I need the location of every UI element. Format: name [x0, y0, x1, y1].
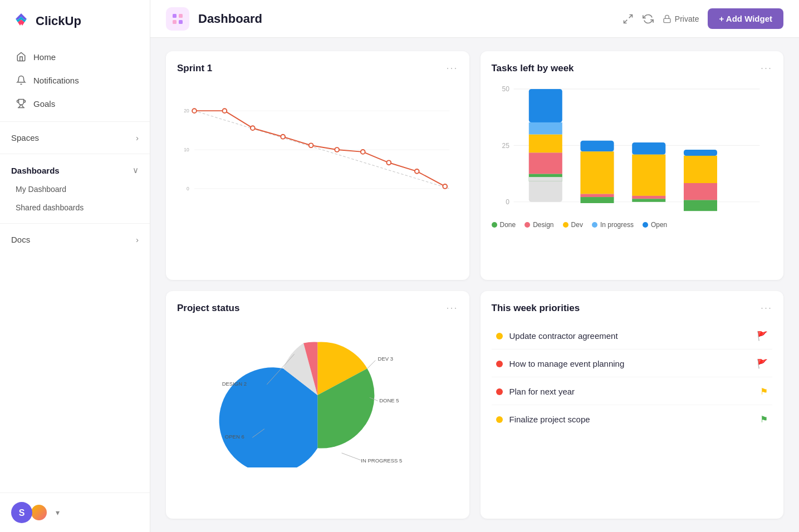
add-widget-button[interactable]: + Add Widget [708, 8, 783, 29]
priority-left-2: How to manage event planning [496, 359, 625, 368]
legend-design: Design [525, 221, 553, 229]
priority-item-2[interactable]: How to manage event planning 🚩 [492, 351, 773, 377]
private-label: Private [675, 14, 699, 23]
legend-inprogress: In progress [592, 221, 634, 229]
lock-icon [663, 14, 671, 23]
sidebar-item-dashboards[interactable]: Dashboards ∨ [0, 161, 150, 180]
svg-rect-52 [683, 150, 717, 156]
svg-rect-34 [528, 89, 562, 122]
priority-left-3: Plan for next year [496, 387, 575, 396]
svg-rect-47 [632, 142, 665, 155]
legend-inprogress-label: In progress [600, 221, 634, 229]
sidebar-item-docs[interactable]: Docs › [0, 230, 150, 249]
svg-text:0: 0 [506, 198, 509, 206]
svg-point-19 [251, 126, 255, 130]
svg-rect-41 [580, 141, 614, 152]
priority-text-4: Finalize project scope [509, 415, 590, 424]
svg-rect-54 [683, 183, 717, 200]
bell-icon [16, 75, 27, 86]
svg-point-24 [386, 160, 391, 165]
sprint-card-title: Sprint 1 [177, 63, 212, 74]
legend-design-label: Design [533, 221, 553, 229]
sidebar-item-my-dashboard[interactable]: My Dashboard [4, 180, 145, 198]
legend-done-label: Done [500, 221, 516, 229]
bar-chart-legend: Done Design Dev In progress Open [492, 221, 773, 229]
svg-point-20 [281, 135, 285, 139]
tasks-card-header: Tasks left by week ··· [492, 62, 773, 74]
svg-point-26 [443, 184, 447, 189]
legend-open-dot [643, 222, 648, 228]
sidebar-item-spaces[interactable]: Spaces › [0, 129, 150, 147]
trophy-icon [16, 98, 27, 109]
expand-button[interactable] [622, 13, 634, 24]
priority-dot-3 [496, 388, 503, 395]
priorities-card: This week priorities ··· Update contract… [481, 291, 784, 519]
svg-point-22 [335, 147, 339, 152]
sprint-card: Sprint 1 ··· 20 10 0 [166, 51, 469, 280]
svg-rect-7 [173, 20, 177, 24]
home-icon [16, 51, 27, 62]
legend-dev-label: Dev [571, 221, 583, 229]
sidebar-item-my-dashboard-label: My Dashboard [16, 185, 66, 194]
nav-divider-2 [0, 154, 150, 154]
chevron-down-icon: ∨ [133, 165, 139, 175]
priority-item-1[interactable]: Update contractor agreement 🚩 [492, 323, 773, 349]
tasks-card-title: Tasks left by week [492, 63, 574, 74]
sidebar-item-home[interactable]: Home [4, 46, 145, 68]
svg-rect-49 [632, 196, 665, 199]
sidebar-navigation: Home Notifications Goals Spaces › Dashbo… [0, 40, 150, 492]
page-title: Dashboard [198, 12, 614, 26]
priority-text-3: Plan for next year [509, 387, 575, 396]
dashboard-icon [166, 7, 189, 31]
refresh-button[interactable] [643, 13, 654, 24]
sprint-card-header: Sprint 1 ··· [177, 62, 458, 74]
priority-list: Update contractor agreement 🚩 How to man… [492, 323, 773, 432]
priorities-card-header: This week priorities ··· [492, 302, 773, 314]
header-actions: Private + Add Widget [622, 8, 783, 29]
user-avatar-photo[interactable] [30, 504, 48, 521]
priority-flag-4: ⚑ [760, 414, 768, 425]
legend-design-dot [525, 222, 530, 228]
nav-divider-3 [0, 223, 150, 224]
legend-done: Done [492, 221, 516, 229]
sprint-card-menu[interactable]: ··· [446, 62, 458, 74]
project-status-menu[interactable]: ··· [446, 302, 458, 314]
sidebar-item-goals[interactable]: Goals [4, 92, 145, 115]
pie-chart: DEV 3 DONE 5 IN PROGRESS 5 OPEN 6 DESIGN… [177, 323, 458, 467]
sidebar-item-home-label: Home [33, 52, 56, 62]
chevron-down-user-icon[interactable]: ▾ [56, 508, 60, 517]
svg-rect-9 [664, 18, 670, 22]
sidebar-item-shared-dashboards[interactable]: Shared dashboards [4, 199, 145, 216]
priorities-card-menu[interactable]: ··· [761, 302, 772, 314]
priority-item-4[interactable]: Finalize project scope ⚑ [492, 406, 773, 432]
priority-dot-2 [496, 361, 503, 367]
svg-rect-5 [173, 14, 177, 18]
svg-text:DESIGN 2: DESIGN 2 [222, 381, 247, 387]
clickup-logo-icon [11, 11, 31, 31]
svg-point-17 [192, 109, 197, 113]
svg-rect-35 [528, 122, 562, 135]
private-toggle[interactable]: Private [663, 14, 699, 23]
legend-open: Open [643, 221, 667, 229]
sidebar-item-shared-dashboards-label: Shared dashboards [16, 203, 84, 212]
priority-item-3[interactable]: Plan for next year ⚑ [492, 378, 773, 405]
sidebar-item-docs-label: Docs [11, 235, 30, 244]
svg-rect-55 [683, 200, 717, 211]
logo-text: ClickUp [36, 14, 81, 28]
svg-rect-6 [179, 14, 183, 18]
tasks-card-menu[interactable]: ··· [761, 62, 772, 74]
svg-text:25: 25 [502, 142, 509, 150]
svg-text:OPEN 6: OPEN 6 [225, 434, 244, 440]
priority-text-1: Update contractor agreement [509, 331, 618, 341]
chevron-right-icon: › [136, 133, 139, 142]
nav-divider-1 [0, 121, 150, 122]
sprint-svg: 20 10 0 [177, 83, 458, 216]
sidebar-item-notifications[interactable]: Notifications [4, 69, 145, 91]
bar-chart: 50 25 0 [492, 83, 773, 216]
priority-dot-4 [496, 416, 503, 423]
priority-flag-2: 🚩 [757, 358, 768, 369]
priority-left-4: Finalize project scope [496, 415, 590, 424]
user-avatar[interactable]: S [11, 502, 32, 523]
pie-svg: DEV 3 DONE 5 IN PROGRESS 5 OPEN 6 DESIGN… [177, 323, 458, 467]
svg-rect-50 [632, 199, 665, 201]
